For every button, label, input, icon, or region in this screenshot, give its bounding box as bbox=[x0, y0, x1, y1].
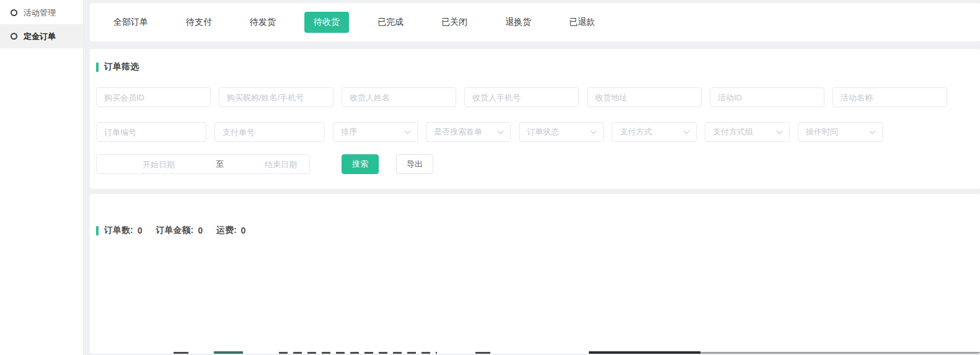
first-order-search-select[interactable]: 是否搜索首单 bbox=[426, 122, 511, 142]
order-amount-stat: 订单金额: 0 bbox=[156, 225, 202, 236]
tab-refunded[interactable]: 已退款 bbox=[560, 12, 604, 33]
summary-items: 订单数: 0 订单金额: 0 运费: 0 bbox=[104, 225, 245, 236]
sidebar: 活动管理 定金订单 bbox=[0, 0, 84, 355]
shipping-fee-label: 运费: bbox=[216, 225, 237, 236]
buyer-nickname-name-phone-input[interactable] bbox=[219, 87, 333, 107]
select-value: 支付方式 bbox=[620, 126, 652, 138]
select-value: 支付方式组 bbox=[713, 126, 753, 138]
select-value: 订单状态 bbox=[527, 126, 559, 138]
tab-all-orders[interactable]: 全部订单 bbox=[104, 12, 157, 33]
clipped-row-fragment bbox=[700, 352, 980, 354]
clipped-row-fragment bbox=[589, 351, 700, 354]
chevron-down-icon bbox=[870, 128, 876, 134]
end-date-input[interactable] bbox=[226, 160, 335, 169]
circle-icon bbox=[11, 9, 17, 16]
order-status-tabbar: 全部订单 待支付 待发货 待收货 已完成 已关闭 退换货 已退款 bbox=[90, 3, 980, 42]
shipping-fee-stat: 运费: 0 bbox=[216, 225, 245, 236]
chevron-down-icon bbox=[591, 128, 597, 134]
tab-pending-receipt[interactable]: 待收货 bbox=[304, 12, 349, 33]
payment-method-group-select[interactable]: 支付方式组 bbox=[705, 122, 790, 142]
payment-number-input[interactable] bbox=[214, 122, 325, 142]
order-amount-label: 订单金额: bbox=[156, 225, 193, 236]
consignee-name-input[interactable] bbox=[342, 87, 456, 107]
sidebar-item-label: 定金订单 bbox=[24, 31, 56, 42]
clipped-row-fragment bbox=[279, 352, 437, 354]
chevron-down-icon bbox=[777, 128, 783, 134]
tab-pending-payment[interactable]: 待支付 bbox=[177, 12, 221, 33]
order-count-value: 0 bbox=[138, 226, 143, 235]
search-button[interactable]: 搜索 bbox=[342, 154, 379, 174]
filter-row-1 bbox=[96, 87, 968, 107]
activity-id-input[interactable] bbox=[710, 87, 824, 107]
tab-pending-shipment[interactable]: 待发货 bbox=[241, 12, 285, 33]
order-count-stat: 订单数: 0 bbox=[104, 225, 142, 236]
sidebar-item-deposit-orders[interactable]: 定金订单 bbox=[0, 25, 83, 48]
shipping-address-input[interactable] bbox=[587, 87, 702, 107]
filter-section-title: 订单筛选 bbox=[96, 61, 968, 72]
consignee-phone-input[interactable] bbox=[464, 87, 579, 107]
order-filter-panel: 订单筛选 排序 是否搜索首单 订单状态 bbox=[90, 49, 980, 189]
select-value: 操作时间 bbox=[806, 126, 838, 138]
shipping-fee-value: 0 bbox=[241, 226, 246, 235]
activity-name-input[interactable] bbox=[832, 87, 947, 107]
order-number-input[interactable] bbox=[96, 122, 206, 142]
tab-closed[interactable]: 已关闭 bbox=[432, 12, 477, 33]
filter-row-3: 至 搜索 导出 bbox=[96, 154, 968, 174]
filter-row-2: 排序 是否搜索首单 订单状态 支付方式 支付方式组 操作时间 bbox=[96, 122, 968, 142]
summary-line: 订单数: 0 订单金额: 0 运费: 0 bbox=[96, 225, 968, 236]
accent-bar bbox=[96, 226, 99, 235]
chevron-down-icon bbox=[498, 128, 504, 134]
tab-returns-exchanges[interactable]: 退换货 bbox=[496, 12, 541, 33]
sidebar-item-label: 活动管理 bbox=[24, 7, 56, 19]
clipped-row-fragment bbox=[174, 352, 188, 354]
date-range-picker[interactable]: 至 bbox=[96, 154, 310, 174]
sidebar-item-activity-management[interactable]: 活动管理 bbox=[0, 1, 83, 25]
order-status-select[interactable]: 订单状态 bbox=[519, 122, 604, 142]
filter-title-text: 订单筛选 bbox=[104, 61, 139, 72]
start-date-input[interactable] bbox=[104, 160, 213, 169]
order-summary-panel: 订单数: 0 订单金额: 0 运费: 0 bbox=[90, 194, 980, 354]
accent-bar bbox=[96, 63, 99, 72]
order-count-label: 订单数: bbox=[104, 225, 133, 236]
select-value: 是否搜索首单 bbox=[434, 126, 482, 138]
select-value: 排序 bbox=[341, 126, 357, 138]
clipped-row-fragment bbox=[214, 351, 243, 354]
export-button[interactable]: 导出 bbox=[396, 154, 433, 174]
clipped-row-fragment bbox=[475, 352, 490, 354]
main-content: 全部订单 待支付 待发货 待收货 已完成 已关闭 退换货 已退款 订单筛选 bbox=[90, 3, 980, 354]
payment-method-select[interactable]: 支付方式 bbox=[612, 122, 697, 142]
chevron-down-icon bbox=[405, 128, 411, 134]
sort-select[interactable]: 排序 bbox=[333, 122, 418, 142]
date-range-separator: 至 bbox=[213, 159, 226, 170]
tab-completed[interactable]: 已完成 bbox=[368, 12, 413, 33]
chevron-down-icon bbox=[684, 128, 690, 134]
order-amount-value: 0 bbox=[198, 226, 203, 235]
circle-icon bbox=[11, 33, 17, 40]
operation-time-select[interactable]: 操作时间 bbox=[798, 122, 883, 142]
buyer-member-id-input[interactable] bbox=[96, 87, 211, 107]
